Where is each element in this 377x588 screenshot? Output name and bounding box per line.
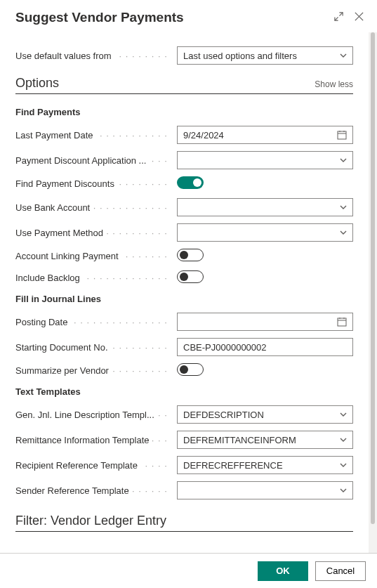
acct-linking-label: Account Linking Payment bbox=[15, 251, 177, 261]
last-payment-date-input[interactable]: 9/24/2024 bbox=[177, 126, 353, 144]
posting-date-input[interactable] bbox=[177, 313, 353, 331]
options-title: Options bbox=[15, 76, 315, 91]
last-payment-date-row: Last Payment Date 9/24/2024 bbox=[15, 126, 353, 144]
chevron-down-icon bbox=[340, 462, 347, 469]
use-method-label: Use Payment Method bbox=[15, 228, 177, 238]
dialog: Suggest Vendor Payments Use default valu… bbox=[0, 0, 377, 588]
recipient-row: Recipient Reference Template DEFRECREFFE… bbox=[15, 456, 353, 474]
discount-app-select[interactable] bbox=[177, 151, 353, 169]
remittance-select[interactable]: DEFREMITTANCEINFORM bbox=[177, 431, 353, 449]
defaults-select[interactable]: Last used options and filters bbox=[177, 46, 353, 65]
start-doc-label: Starting Document No. bbox=[15, 342, 177, 353]
find-discounts-toggle[interactable] bbox=[177, 176, 204, 189]
posting-date-row: Posting Date bbox=[15, 313, 353, 331]
include-backlog-label: Include Backlog bbox=[15, 273, 177, 283]
svg-rect-1 bbox=[338, 318, 346, 326]
show-less-link[interactable]: Show less bbox=[315, 79, 353, 89]
acct-linking-toggle[interactable] bbox=[177, 249, 204, 261]
acct-linking-row: Account Linking Payment bbox=[15, 249, 353, 263]
find-payments-heading: Find Payments bbox=[15, 107, 353, 117]
svg-rect-0 bbox=[338, 131, 346, 139]
last-payment-date-label: Last Payment Date bbox=[15, 130, 177, 141]
dialog-header: Suggest Vendor Payments bbox=[0, 0, 377, 32]
gen-desc-label: Gen. Jnl. Line Description Templ... bbox=[15, 410, 177, 420]
chevron-down-icon bbox=[340, 411, 347, 418]
find-discounts-row: Find Payment Discounts bbox=[15, 176, 353, 191]
dialog-title: Suggest Vendor Payments bbox=[15, 10, 333, 25]
chevron-down-icon bbox=[340, 229, 347, 236]
defaults-value: Last used options and filters bbox=[183, 51, 340, 61]
start-doc-row: Starting Document No. CBE-PJ0000000002 bbox=[15, 338, 353, 356]
chevron-down-icon bbox=[340, 204, 347, 211]
summarize-row: Summarize per Vendor bbox=[15, 363, 353, 378]
close-icon[interactable] bbox=[354, 11, 364, 24]
discount-app-label: Payment Discount Application ... bbox=[15, 155, 177, 166]
use-method-select[interactable] bbox=[177, 223, 353, 242]
cancel-button[interactable]: Cancel bbox=[315, 561, 366, 581]
chevron-down-icon bbox=[340, 487, 347, 494]
templates-heading: Text Templates bbox=[15, 386, 353, 397]
scrollbar-thumb[interactable] bbox=[371, 32, 375, 524]
summarize-toggle[interactable] bbox=[177, 363, 204, 376]
expand-icon[interactable] bbox=[333, 11, 344, 24]
sender-row: Sender Reference Template bbox=[15, 481, 353, 499]
summarize-label: Summarize per Vendor bbox=[15, 365, 177, 376]
chevron-down-icon bbox=[340, 436, 347, 443]
journal-heading: Fill in Journal Lines bbox=[15, 294, 353, 304]
gen-desc-row: Gen. Jnl. Line Description Templ... DEFD… bbox=[15, 405, 353, 424]
dialog-footer: OK Cancel bbox=[0, 553, 377, 588]
discount-app-row: Payment Discount Application ... bbox=[15, 151, 353, 169]
header-actions bbox=[333, 11, 364, 24]
defaults-label: Use default values from bbox=[15, 51, 177, 61]
calendar-icon[interactable] bbox=[337, 317, 347, 327]
recipient-select[interactable]: DEFRECREFFERENCE bbox=[177, 456, 353, 474]
chevron-down-icon bbox=[340, 52, 347, 59]
filter-section-header: Filter: Vendor Ledger Entry bbox=[15, 514, 353, 532]
options-section-header: Options Show less bbox=[15, 76, 353, 94]
recipient-label: Recipient Reference Template bbox=[15, 460, 177, 471]
defaults-row: Use default values from Last used option… bbox=[15, 46, 353, 65]
remittance-row: Remittance Information Template DEFREMIT… bbox=[15, 431, 353, 449]
use-bank-row: Use Bank Account bbox=[15, 198, 353, 216]
use-bank-label: Use Bank Account bbox=[15, 202, 177, 213]
use-bank-select[interactable] bbox=[177, 198, 353, 216]
start-doc-input[interactable]: CBE-PJ0000000002 bbox=[177, 338, 353, 356]
sender-select[interactable] bbox=[177, 481, 353, 499]
content-area: Use default values from Last used option… bbox=[0, 32, 377, 553]
find-discounts-label: Find Payment Discounts bbox=[15, 178, 177, 189]
chevron-down-icon bbox=[340, 157, 347, 164]
posting-date-label: Posting Date bbox=[15, 317, 177, 327]
ok-button[interactable]: OK bbox=[258, 561, 308, 581]
calendar-icon[interactable] bbox=[337, 130, 347, 140]
remittance-label: Remittance Information Template bbox=[15, 435, 177, 445]
vertical-scrollbar[interactable] bbox=[369, 32, 377, 553]
gen-desc-select[interactable]: DEFDESCRIPTION bbox=[177, 405, 353, 424]
sender-label: Sender Reference Template bbox=[15, 485, 177, 496]
use-method-row: Use Payment Method bbox=[15, 223, 353, 242]
content-scroll: Use default values from Last used option… bbox=[0, 32, 369, 553]
include-backlog-row: Include Backlog bbox=[15, 270, 353, 285]
include-backlog-toggle[interactable] bbox=[177, 270, 204, 283]
